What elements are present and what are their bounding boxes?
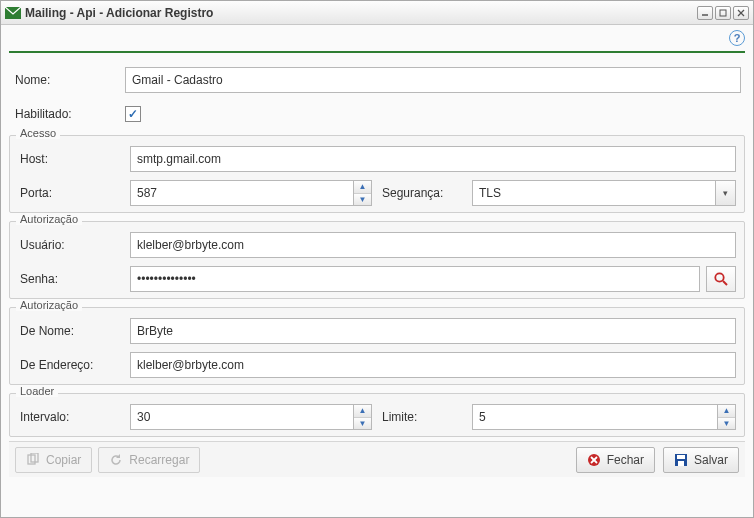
group-loader-legend: Loader	[16, 385, 58, 397]
copiar-label: Copiar	[46, 453, 81, 467]
help-icon[interactable]: ?	[729, 30, 745, 46]
limite-input[interactable]	[472, 404, 718, 430]
magnifier-icon	[713, 271, 729, 287]
chevron-down-icon[interactable]: ▼	[718, 418, 735, 430]
senha-input[interactable]	[130, 266, 700, 292]
de-nome-label: De Nome:	[18, 324, 130, 338]
window-title: Mailing - Api - Adicionar Registro	[25, 6, 695, 20]
copy-icon	[26, 453, 40, 467]
fechar-label: Fechar	[607, 453, 644, 467]
intervalo-label: Intervalo:	[18, 410, 130, 424]
seguranca-label: Segurança:	[382, 186, 472, 200]
copiar-button[interactable]: Copiar	[15, 447, 92, 473]
chevron-down-icon: ▾	[723, 188, 728, 198]
close-button[interactable]	[733, 6, 749, 20]
group-acesso: Acesso Host: Porta: ▲ ▼ Se	[9, 135, 745, 213]
limite-label: Limite:	[382, 410, 472, 424]
chevron-up-icon[interactable]: ▲	[354, 181, 371, 194]
titlebar: Mailing - Api - Adicionar Registro	[1, 1, 753, 25]
seguranca-select[interactable]	[472, 180, 716, 206]
salvar-label: Salvar	[694, 453, 728, 467]
habilitado-checkbox[interactable]: ✓	[125, 106, 141, 122]
row-de-nome: De Nome:	[14, 314, 740, 348]
group-autorizacao-remetente: Autorização De Nome: De Endereço:	[9, 307, 745, 385]
svg-line-6	[723, 281, 727, 285]
content-area: ? Nome: Habilitado: ✓ Acesso Host: Porta…	[1, 25, 753, 517]
group-loader: Loader Intervalo: ▲ ▼ Limite:	[9, 393, 745, 437]
chevron-up-icon[interactable]: ▲	[718, 405, 735, 418]
group-autorizacao1-legend: Autorização	[16, 213, 82, 225]
usuario-input[interactable]	[130, 232, 736, 258]
group-autorizacao-credenciais: Autorização Usuário: Senha:	[9, 221, 745, 299]
svg-rect-14	[677, 455, 685, 459]
recarregar-label: Recarregar	[129, 453, 189, 467]
row-de-endereco: De Endereço:	[14, 348, 740, 382]
close-icon	[587, 453, 601, 467]
minimize-button[interactable]	[697, 6, 713, 20]
porta-spinner[interactable]: ▲ ▼	[354, 180, 372, 206]
row-intervalo-limite: Intervalo: ▲ ▼ Limite: ▲	[14, 400, 740, 434]
host-input[interactable]	[130, 146, 736, 172]
seguranca-dropdown-button[interactable]: ▾	[716, 180, 736, 206]
help-row: ?	[9, 25, 745, 51]
nome-input[interactable]	[125, 67, 741, 93]
footer-toolbar: Copiar Recarregar Fechar	[9, 441, 745, 477]
svg-rect-2	[720, 10, 726, 16]
row-usuario: Usuário:	[14, 228, 740, 262]
usuario-label: Usuário:	[18, 238, 130, 252]
de-endereco-input[interactable]	[130, 352, 736, 378]
save-icon	[674, 453, 688, 467]
intervalo-spinner[interactable]: ▲ ▼	[354, 404, 372, 430]
porta-label: Porta:	[18, 186, 130, 200]
chevron-up-icon[interactable]: ▲	[354, 405, 371, 418]
habilitado-label: Habilitado:	[13, 107, 125, 121]
host-label: Host:	[18, 152, 130, 166]
row-senha: Senha:	[14, 262, 740, 296]
row-nome: Nome:	[9, 63, 745, 97]
row-host: Host:	[14, 142, 740, 176]
recarregar-button[interactable]: Recarregar	[98, 447, 200, 473]
accent-bar	[9, 51, 745, 53]
limite-spinner[interactable]: ▲ ▼	[718, 404, 736, 430]
de-nome-input[interactable]	[130, 318, 736, 344]
chevron-down-icon[interactable]: ▼	[354, 418, 371, 430]
fechar-button[interactable]: Fechar	[576, 447, 655, 473]
senha-label: Senha:	[18, 272, 130, 286]
svg-rect-15	[678, 461, 684, 466]
nome-label: Nome:	[13, 73, 125, 87]
maximize-button[interactable]	[715, 6, 731, 20]
mail-icon	[5, 5, 21, 21]
svg-point-5	[715, 273, 723, 281]
porta-input[interactable]	[130, 180, 354, 206]
de-endereco-label: De Endereço:	[18, 358, 130, 372]
group-autorizacao2-legend: Autorização	[16, 299, 82, 311]
reload-icon	[109, 453, 123, 467]
dialog-window: Mailing - Api - Adicionar Registro ? Nom…	[0, 0, 754, 518]
row-habilitado: Habilitado: ✓	[9, 97, 745, 131]
salvar-button[interactable]: Salvar	[663, 447, 739, 473]
intervalo-input[interactable]	[130, 404, 354, 430]
check-icon: ✓	[128, 107, 138, 121]
chevron-down-icon[interactable]: ▼	[354, 194, 371, 206]
reveal-password-button[interactable]	[706, 266, 736, 292]
row-porta-seguranca: Porta: ▲ ▼ Segurança: ▾	[14, 176, 740, 210]
group-acesso-legend: Acesso	[16, 127, 60, 139]
